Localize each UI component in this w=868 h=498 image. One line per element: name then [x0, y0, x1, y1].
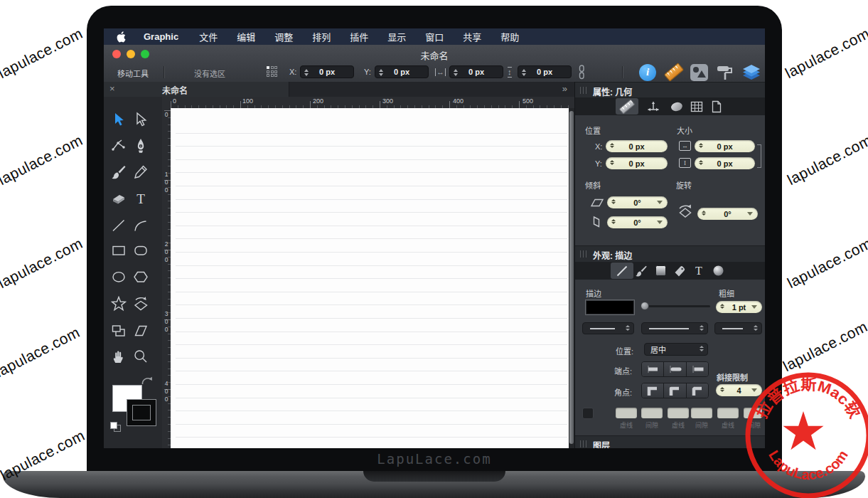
stroke-color-swatch[interactable]	[586, 300, 634, 314]
default-fill-swatch[interactable]	[110, 422, 117, 429]
link-dimensions-bracket[interactable]	[757, 144, 761, 168]
height-field[interactable]: 0 px	[518, 65, 572, 78]
height-stepper[interactable]	[522, 69, 526, 76]
eraser-tool[interactable]	[111, 191, 127, 207]
menu-item-adjust[interactable]: 调整	[274, 30, 293, 43]
width-field[interactable]: 0 px	[449, 65, 503, 78]
app-menu-graphic[interactable]: Graphic	[144, 31, 178, 42]
gap-field-2[interactable]	[691, 408, 712, 418]
geo-width-field[interactable]: 0 px	[695, 140, 755, 152]
watermark: lapulace.com	[780, 317, 868, 375]
stroke-position-select[interactable]: 居中	[644, 343, 708, 356]
polygon-tool[interactable]	[133, 269, 149, 285]
dash-field-3[interactable]	[717, 408, 739, 418]
rectangle-tool[interactable]	[111, 243, 127, 258]
document-tab[interactable]	[104, 82, 289, 97]
hand-tool[interactable]	[111, 349, 127, 364]
skew-y-combo[interactable]: 0°	[607, 216, 668, 228]
tab-effects[interactable]	[669, 263, 690, 279]
constrain-proportions-icon[interactable]	[577, 65, 586, 81]
weight-slider-knob[interactable]	[641, 302, 649, 310]
brush-tool[interactable]	[111, 164, 127, 180]
move-tool[interactable]	[111, 112, 127, 127]
tab-document[interactable]	[706, 98, 727, 115]
tab-overflow-icon[interactable]: »	[562, 83, 567, 94]
ruler-label: 100	[163, 171, 170, 194]
geo-y-field[interactable]: 0 px	[606, 157, 668, 169]
tab-brush-style[interactable]	[631, 263, 652, 279]
width-stepper[interactable]	[454, 69, 458, 76]
anchor-point-grid[interactable]	[267, 66, 278, 78]
menu-item-share[interactable]: 共享	[463, 30, 481, 43]
tab-fill[interactable]	[650, 263, 671, 279]
layers-section-header[interactable]: 图层	[575, 435, 765, 448]
gap-field-1[interactable]	[641, 408, 663, 418]
geo-x-field[interactable]: 0 px	[606, 140, 668, 152]
tab-transform[interactable]	[643, 98, 664, 115]
cap-square-button[interactable]	[687, 362, 708, 376]
x-position-field[interactable]: 0 px	[300, 65, 354, 78]
menu-item-window[interactable]: 窗口	[425, 30, 444, 43]
boolean-tool[interactable]	[111, 323, 127, 339]
zoom-tool[interactable]	[133, 349, 149, 364]
tab-close-icon[interactable]: ×	[109, 83, 115, 94]
style-button[interactable]	[716, 63, 734, 81]
star-tool[interactable]	[111, 296, 127, 312]
text-tool[interactable]: T	[133, 191, 149, 207]
tab-grid[interactable]	[686, 98, 707, 115]
weight-combo[interactable]: 1 pt	[716, 301, 762, 313]
menu-item-arrange[interactable]: 排列	[312, 30, 331, 43]
free-transform-tool[interactable]	[133, 296, 149, 312]
cap-butt-button[interactable]	[642, 362, 664, 376]
line-tool[interactable]	[111, 218, 127, 233]
menu-item-file[interactable]: 文件	[199, 30, 218, 43]
pencil-tool[interactable]	[133, 164, 149, 180]
watermark: lapulace.com	[784, 131, 868, 189]
layers-button[interactable]	[742, 63, 761, 81]
menu-item-view[interactable]: 显示	[387, 30, 406, 43]
shape-library-button[interactable]	[690, 63, 708, 81]
menu-item-plugins[interactable]: 插件	[350, 30, 368, 43]
pen-tool[interactable]	[133, 138, 149, 154]
stamp-star-icon	[783, 411, 824, 450]
rotation-combo[interactable]: 0°	[697, 208, 758, 220]
ellipse-tool[interactable]	[111, 269, 127, 285]
canvas[interactable]	[171, 108, 569, 448]
skew-x-combo[interactable]: 0°	[607, 196, 668, 208]
weight-slider-track[interactable]	[643, 305, 710, 307]
tab-stroke[interactable]	[611, 263, 633, 279]
join-round-button[interactable]	[664, 383, 686, 398]
stroke-color-well[interactable]	[127, 400, 156, 425]
apple-menu-icon[interactable]	[117, 31, 126, 43]
geometry-section-header[interactable]: 属性: 几何	[575, 82, 765, 99]
dash-field-1[interactable]	[616, 408, 637, 418]
cap-round-button[interactable]	[664, 362, 686, 376]
tab-shadow[interactable]	[707, 263, 729, 279]
arrow-start-dropdown[interactable]	[641, 322, 708, 334]
arrow-end-dropdown[interactable]	[714, 322, 762, 334]
parallelogram-tool[interactable]	[133, 323, 149, 339]
arc-tool[interactable]	[133, 218, 149, 233]
direct-select-tool[interactable]	[133, 112, 149, 127]
swap-colors-icon[interactable]	[141, 376, 154, 388]
info-button[interactable]: i	[638, 63, 657, 81]
tab-metrics[interactable]	[616, 98, 638, 115]
x-stepper[interactable]	[304, 69, 309, 76]
scrollbar-thumb[interactable]	[569, 111, 574, 444]
tab-text-style[interactable]: T	[688, 263, 709, 279]
node-tool[interactable]	[111, 138, 127, 154]
measure-button[interactable]	[665, 63, 683, 81]
join-bevel-button[interactable]	[687, 383, 708, 398]
rounded-rectangle-tool[interactable]	[133, 243, 149, 258]
geo-height-field[interactable]: 0 px	[695, 157, 755, 169]
tab-shape[interactable]	[666, 98, 687, 115]
appearance-section-header[interactable]: 外观: 描边	[575, 245, 765, 263]
y-stepper[interactable]	[379, 69, 383, 76]
dash-pattern-checkbox[interactable]	[582, 408, 594, 419]
dash-field-2[interactable]	[668, 408, 689, 418]
y-position-field[interactable]: 0 px	[375, 65, 429, 78]
stroke-style-dropdown[interactable]	[582, 322, 634, 334]
menu-item-edit[interactable]: 编辑	[237, 30, 255, 43]
menu-item-help[interactable]: 帮助	[500, 30, 519, 43]
join-miter-button[interactable]	[642, 383, 664, 398]
